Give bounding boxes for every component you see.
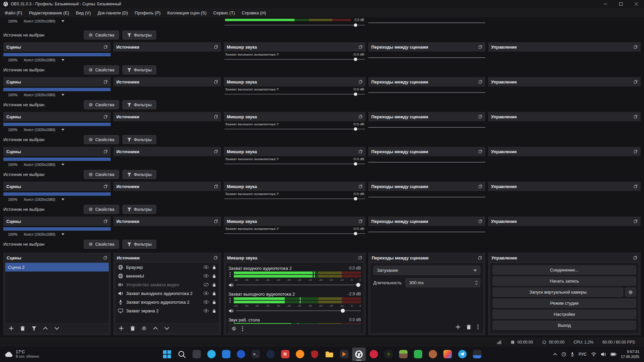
source-row[interactable]: Захват экрана 2 xyxy=(115,306,219,315)
source-row[interactable]: Устройство захвата видео xyxy=(115,280,219,289)
slider-handle[interactable] xyxy=(354,232,357,235)
mute-button[interactable] xyxy=(228,283,234,287)
popout-icon[interactable] xyxy=(478,184,482,188)
duration-spinners[interactable] xyxy=(475,281,478,285)
channel-menu-button[interactable] xyxy=(228,272,232,277)
menu-item-7[interactable]: Справка (H) xyxy=(238,9,270,17)
search-button[interactable] xyxy=(175,348,189,361)
maximize-button[interactable] xyxy=(613,0,629,8)
volume-slider[interactable] xyxy=(224,231,366,236)
app-blue-office[interactable] xyxy=(219,348,233,361)
menu-item-2[interactable]: Вид (V) xyxy=(72,9,94,17)
preview-scale-selector[interactable]: 100% Холст (644x362) xyxy=(3,232,111,237)
popout-icon[interactable] xyxy=(214,184,218,188)
remove-source-button[interactable] xyxy=(130,326,135,331)
slider-handle[interactable] xyxy=(354,58,357,61)
tray-expand-icon[interactable] xyxy=(553,352,557,357)
slider-handle[interactable] xyxy=(354,162,357,166)
transitions-dock-title[interactable]: Переходы между сценами xyxy=(369,253,485,262)
popout-icon[interactable] xyxy=(359,184,363,188)
slider-handle[interactable] xyxy=(354,127,357,131)
properties-button[interactable]: Свойства xyxy=(84,135,119,144)
popout-icon[interactable] xyxy=(634,149,638,154)
mixer-dock-header[interactable]: Микшер звука xyxy=(224,147,366,156)
popout-icon[interactable] xyxy=(359,45,363,49)
popout-icon[interactable] xyxy=(359,219,363,223)
collapsed-slider-line[interactable] xyxy=(368,162,485,163)
properties-button[interactable]: Свойства xyxy=(84,240,119,249)
preview-scale-selector[interactable]: 100% Холст (644x362) xyxy=(3,127,111,132)
scenes-dock-header[interactable]: Сцены xyxy=(3,182,111,191)
visibility-toggle[interactable] xyxy=(203,309,209,313)
mixer-dock-header[interactable]: Микшер звука xyxy=(224,42,366,52)
minimize-button[interactable] xyxy=(598,0,613,8)
volume-slider[interactable] xyxy=(224,92,366,97)
app-bear[interactable] xyxy=(426,348,439,361)
app-record[interactable] xyxy=(367,348,380,361)
duration-input[interactable]: 300 ms xyxy=(406,278,480,287)
menu-item-4[interactable]: Профиль (P) xyxy=(131,9,164,17)
controls-dock-header[interactable]: Управление xyxy=(488,42,641,52)
tray-clock-icon[interactable] xyxy=(561,352,566,357)
popout-icon[interactable] xyxy=(104,45,108,49)
popout-icon[interactable] xyxy=(104,80,108,84)
stream-connect-button[interactable]: Соединение... xyxy=(493,265,636,275)
lock-toggle[interactable] xyxy=(212,274,216,278)
collapsed-scene-bar[interactable] xyxy=(3,123,111,126)
popout-icon[interactable] xyxy=(214,45,218,49)
volume-slider[interactable] xyxy=(224,23,366,27)
source-row[interactable]: Захват входного аудиопотока 2 xyxy=(115,298,219,306)
sources-dock-header[interactable]: Источники xyxy=(113,112,221,121)
properties-button[interactable]: Свойства xyxy=(84,31,119,40)
spin-up-icon[interactable] xyxy=(475,281,478,282)
close-button[interactable] xyxy=(629,0,644,8)
scenes-dock-header[interactable]: Сцены xyxy=(3,217,111,226)
visibility-toggle[interactable] xyxy=(203,265,209,269)
tray-mic-icon[interactable] xyxy=(571,352,574,357)
filters-button[interactable]: Фильтры xyxy=(122,100,156,109)
mute-button[interactable] xyxy=(228,309,234,313)
filters-button[interactable]: Фильтры xyxy=(122,170,156,179)
properties-button[interactable]: Свойства xyxy=(84,100,119,109)
lock-toggle[interactable] xyxy=(212,283,216,287)
app-r[interactable]: R xyxy=(278,348,292,361)
lock-toggle[interactable] xyxy=(212,265,216,269)
transitions-dock-header[interactable]: Переходы между сценами xyxy=(368,182,485,191)
transitions-dock-header[interactable]: Переходы между сценами xyxy=(368,112,485,121)
filters-button[interactable]: Фильтры xyxy=(122,65,156,74)
properties-button[interactable]: Свойства xyxy=(84,205,119,214)
app-window[interactable] xyxy=(190,348,203,361)
transitions-dock-header[interactable]: Переходы между сценами xyxy=(368,147,485,156)
visibility-toggle[interactable] xyxy=(203,300,209,304)
remove-transition-button[interactable] xyxy=(466,324,471,329)
clock[interactable]: 9:57:31 17.05.2025 xyxy=(621,349,639,359)
scenes-dock-header[interactable]: Сцены xyxy=(3,112,111,121)
slider-handle[interactable] xyxy=(354,197,357,200)
popout-icon[interactable] xyxy=(478,80,482,84)
start-recording-button[interactable]: Начать запись xyxy=(493,277,636,286)
sources-dock-title[interactable]: Источники xyxy=(114,253,221,262)
lock-toggle[interactable] xyxy=(212,291,216,296)
menu-item-3[interactable]: Док-панели (D) xyxy=(94,9,131,17)
lock-toggle[interactable] xyxy=(212,300,216,304)
popout-icon[interactable] xyxy=(104,115,108,119)
collapsed-scene-bar[interactable] xyxy=(3,53,111,56)
move-scene-down-button[interactable] xyxy=(54,326,59,331)
slider-handle[interactable] xyxy=(354,93,357,96)
advanced-audio-button[interactable] xyxy=(231,326,236,331)
move-source-up-button[interactable] xyxy=(153,326,158,331)
collapsed-slider-line[interactable] xyxy=(368,57,485,58)
mixer-menu-button[interactable] xyxy=(241,326,244,331)
mixer-dock-header[interactable]: Микшер звука xyxy=(224,77,366,86)
virtual-camera-settings-button[interactable] xyxy=(625,288,636,297)
app-steam[interactable] xyxy=(264,348,277,361)
slider-handle[interactable] xyxy=(356,283,360,287)
volume-slider[interactable] xyxy=(224,127,366,131)
collapsed-scene-bar[interactable] xyxy=(3,158,111,161)
popout-icon[interactable] xyxy=(633,256,637,260)
popout-icon[interactable] xyxy=(634,219,638,223)
collapsed-slider-line[interactable] xyxy=(368,127,485,128)
popout-icon[interactable] xyxy=(103,256,107,260)
sources-dock-header[interactable]: Источники xyxy=(113,147,221,156)
popout-icon[interactable] xyxy=(214,256,218,260)
